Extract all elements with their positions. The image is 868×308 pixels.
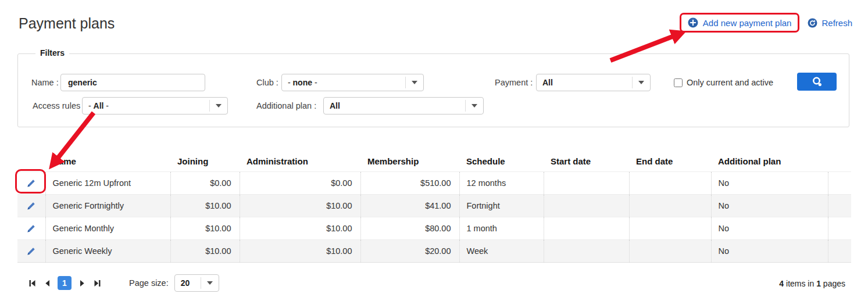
table-row: Generic Monthly $10.00 $10.00 $80.00 1 m… <box>17 217 851 240</box>
chevron-down-icon <box>209 100 227 112</box>
cell-additional-plan: No <box>711 195 828 217</box>
name-filter-input[interactable] <box>60 74 205 91</box>
additional-plan-filter-label: Additional plan : <box>256 97 316 114</box>
cell-schedule: Fortnight <box>459 195 544 217</box>
club-filter-label: Club : <box>256 74 278 91</box>
table-row: Generic 12m Upfront $0.00 $0.00 $510.00 … <box>17 172 851 195</box>
cell-additional-plan: No <box>711 217 828 240</box>
payment-plans-table: Name Joining Administration Membership S… <box>17 153 851 263</box>
edit-pencil-icon[interactable] <box>27 179 35 188</box>
cell-joining: $10.00 <box>170 217 240 240</box>
cell-start-date <box>544 195 629 217</box>
refresh-wrap: Refresh <box>808 18 852 28</box>
cell-membership: $80.00 <box>360 217 459 240</box>
col-membership: Membership <box>360 153 459 172</box>
cell-end-date <box>629 195 711 217</box>
table-header-row: Name Joining Administration Membership S… <box>17 153 851 172</box>
cell-start-date <box>544 240 629 263</box>
current-page-button[interactable]: 1 <box>58 276 72 290</box>
chevron-down-icon <box>465 100 483 112</box>
additional-plan-filter-dropdown[interactable]: All <box>323 97 484 114</box>
refresh-icon <box>808 18 817 28</box>
filters-panel: Filters Name : Club : - none - Payment :… <box>17 53 849 127</box>
cell-end-date <box>629 217 711 240</box>
name-filter-label: Name : <box>31 74 59 91</box>
cell-joining: $10.00 <box>170 240 240 263</box>
chevron-down-icon <box>405 77 423 88</box>
cell-joining: $0.00 <box>170 172 240 195</box>
header-actions: Add new payment plan Refresh <box>680 13 852 33</box>
col-edit <box>17 153 45 172</box>
cell-administration: $10.00 <box>240 195 360 217</box>
cell-spacer <box>828 195 851 217</box>
cell-name: Generic Weekly <box>45 240 170 263</box>
cell-start-date <box>544 217 629 240</box>
col-spacer <box>828 153 851 172</box>
items-summary: 4 items in 1 pages <box>779 279 845 288</box>
only-current-active-checkbox[interactable] <box>674 78 683 87</box>
filters-legend: Filters <box>35 48 69 58</box>
next-page-button[interactable] <box>74 275 90 291</box>
cell-additional-plan: No <box>711 240 828 263</box>
add-plus-icon <box>688 17 698 28</box>
col-name: Name <box>45 153 170 172</box>
chevron-down-icon <box>201 277 219 289</box>
cell-name: Generic 12m Upfront <box>45 172 170 195</box>
cell-spacer <box>828 240 851 263</box>
club-filter-dropdown[interactable]: - none - <box>281 74 424 91</box>
table-row: Generic Weekly $10.00 $10.00 $20.00 Week… <box>17 240 851 263</box>
table-row: Generic Fortnightly $10.00 $10.00 $41.00… <box>17 195 851 217</box>
pagination: 1 Page size: 20 <box>24 274 219 292</box>
cell-schedule: 12 months <box>459 172 544 195</box>
edit-pencil-icon[interactable] <box>27 202 35 210</box>
cell-end-date <box>629 172 711 195</box>
cell-spacer <box>828 217 851 240</box>
cell-joining: $10.00 <box>170 195 240 217</box>
refresh-button[interactable]: Refresh <box>821 18 852 28</box>
only-current-active-label: Only current and active <box>687 78 773 87</box>
access-rules-filter-label: Access rules : <box>33 97 85 114</box>
col-schedule: Schedule <box>459 153 544 172</box>
chevron-down-icon <box>632 77 650 88</box>
prev-page-button[interactable] <box>40 275 55 291</box>
edit-pencil-icon[interactable] <box>27 224 35 233</box>
payment-filter-dropdown[interactable]: All <box>536 74 651 91</box>
page-size-dropdown[interactable]: 20 <box>174 274 219 292</box>
cell-name: Generic Monthly <box>45 217 170 240</box>
first-page-button[interactable] <box>24 275 40 291</box>
annotation-box-add: Add new payment plan <box>680 13 800 33</box>
cell-membership: $41.00 <box>360 195 459 217</box>
cell-schedule: Week <box>459 240 544 263</box>
cell-additional-plan: No <box>711 172 828 195</box>
col-start-date: Start date <box>544 153 629 172</box>
cell-spacer <box>828 172 851 195</box>
cell-administration: $10.00 <box>240 240 360 263</box>
page-title: Payment plans <box>19 15 115 32</box>
cell-start-date <box>544 172 629 195</box>
last-page-button[interactable] <box>90 275 105 291</box>
col-administration: Administration <box>240 153 360 172</box>
page-size-label: Page size: <box>129 278 169 288</box>
cell-membership: $510.00 <box>360 172 459 195</box>
col-additional-plan: Additional plan <box>711 153 828 172</box>
col-end-date: End date <box>629 153 711 172</box>
only-current-active-checkbox-wrap: Only current and active <box>674 74 773 91</box>
search-icon <box>810 76 824 88</box>
payment-filter-label: Payment : <box>495 74 533 91</box>
cell-administration: $0.00 <box>240 172 360 195</box>
access-rules-filter-dropdown[interactable]: - All - <box>82 97 228 114</box>
cell-schedule: 1 month <box>459 217 544 240</box>
add-new-payment-plan-button[interactable]: Add new payment plan <box>703 18 792 28</box>
cell-name: Generic Fortnightly <box>45 195 170 217</box>
edit-pencil-icon[interactable] <box>27 247 35 256</box>
cell-end-date <box>629 240 711 263</box>
cell-administration: $10.00 <box>240 217 360 240</box>
search-button[interactable] <box>797 73 837 91</box>
cell-membership: $20.00 <box>360 240 459 263</box>
col-joining: Joining <box>170 153 240 172</box>
